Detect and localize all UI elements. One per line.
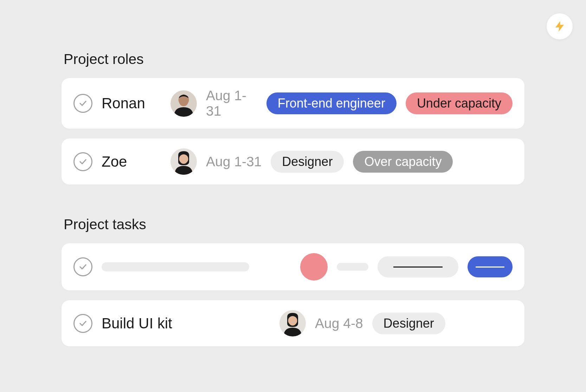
placeholder-pill xyxy=(378,256,458,277)
placeholder-content xyxy=(102,253,513,281)
role-row[interactable]: Ronan Aug 1-31 Front-end engineer Under … xyxy=(62,78,524,129)
project-roles-section: Project roles Ronan Aug 1-31 Front-end e… xyxy=(62,51,524,185)
svg-point-3 xyxy=(180,156,188,164)
project-tasks-section: Project tasks Build UI kit xyxy=(62,216,524,346)
svg-point-1 xyxy=(179,97,188,106)
bolt-icon xyxy=(553,19,566,33)
automation-button[interactable] xyxy=(547,13,573,39)
task-name: Build UI kit xyxy=(102,315,270,332)
date-range: Aug 4-8 xyxy=(315,316,363,331)
person-name: Ronan xyxy=(102,95,161,112)
role-tag[interactable]: Designer xyxy=(372,313,445,334)
section-title-roles: Project roles xyxy=(62,51,524,68)
role-row[interactable]: Zoe Aug 1-31 Designer Over capacity xyxy=(62,139,524,185)
placeholder-bar xyxy=(102,262,249,271)
avatar[interactable] xyxy=(279,310,306,336)
section-title-tasks: Project tasks xyxy=(62,216,524,233)
placeholder-avatar xyxy=(300,253,328,281)
task-row[interactable]: Build UI kit Aug 4-8 Designer xyxy=(62,300,524,346)
check-icon[interactable] xyxy=(73,94,92,113)
check-icon[interactable] xyxy=(73,314,92,333)
role-tag[interactable]: Designer xyxy=(271,151,344,173)
svg-point-5 xyxy=(289,318,297,326)
placeholder-pill-blue xyxy=(468,256,513,277)
capacity-tag[interactable]: Over capacity xyxy=(353,151,453,173)
avatar[interactable] xyxy=(170,90,197,117)
person-name: Zoe xyxy=(102,153,161,170)
role-tag[interactable]: Front-end engineer xyxy=(266,92,397,114)
capacity-tag[interactable]: Under capacity xyxy=(406,92,513,114)
date-range: Aug 1-31 xyxy=(206,88,257,119)
check-icon[interactable] xyxy=(73,257,92,276)
task-row-placeholder[interactable] xyxy=(62,243,524,290)
avatar[interactable] xyxy=(170,148,197,175)
check-icon[interactable] xyxy=(73,152,92,171)
placeholder-bar xyxy=(337,263,368,271)
date-range: Aug 1-31 xyxy=(206,154,262,169)
